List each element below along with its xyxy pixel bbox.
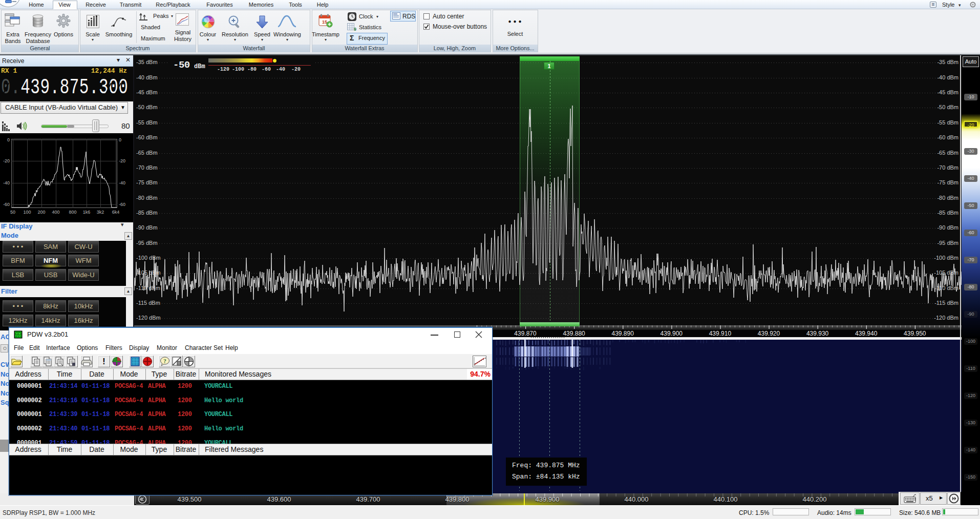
svg-text:15: 15 — [322, 19, 327, 25]
svg-text:!: ! — [102, 357, 105, 366]
svg-text:?: ? — [163, 358, 166, 364]
svg-text:9: 9 — [354, 27, 356, 31]
